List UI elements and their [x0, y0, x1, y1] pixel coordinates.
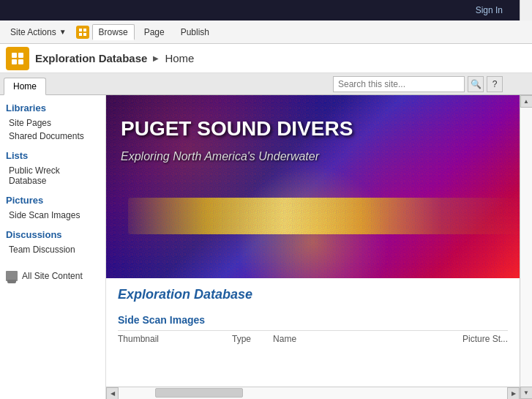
scroll-up-button[interactable]: ▲ — [520, 95, 533, 108]
sidebar: Libraries Site Pages Shared Documents Li… — [0, 95, 106, 399]
banner-title: PUGET SOUND DIVERS — [121, 117, 353, 141]
breadcrumb-site-name[interactable]: Exploration Database — [35, 52, 147, 64]
table-header: Thumbnail Type Name Picture St... — [118, 330, 508, 344]
sidebar-item-site-pages[interactable]: Site Pages — [6, 116, 100, 130]
home-tab[interactable]: Home — [4, 78, 46, 95]
svg-rect-7 — [18, 59, 23, 64]
scroll-track[interactable] — [119, 387, 507, 399]
search-icon: 🔍 — [471, 79, 482, 89]
col-header-type: Type — [232, 334, 251, 344]
db-title[interactable]: Exploration Database — [118, 287, 508, 302]
home-tab-label: Home — [13, 81, 37, 92]
svg-rect-0 — [79, 29, 82, 31]
sidebar-item-shared-documents[interactable]: Shared Documents — [6, 130, 100, 143]
svg-rect-3 — [83, 33, 86, 36]
search-area: 🔍 ? — [333, 76, 503, 92]
breadcrumb-separator: ▶ — [153, 54, 159, 62]
col-header-picture-size: Picture St... — [462, 334, 508, 344]
scroll-right-button[interactable]: ▶ — [507, 387, 520, 400]
top-bar: Sign In — [0, 0, 532, 20]
svg-rect-1 — [83, 29, 86, 31]
site-actions-button[interactable]: Site Actions ▼ — [4, 24, 73, 40]
sidebar-libraries-heading[interactable]: Libraries — [6, 102, 100, 113]
help-icon: ? — [492, 79, 498, 89]
svg-rect-4 — [12, 53, 17, 58]
search-button[interactable]: 🔍 — [468, 76, 484, 92]
topbar-scrollbar — [520, 0, 532, 20]
sidebar-item-side-scan-images[interactable]: Side Scan Images — [6, 209, 100, 222]
all-site-icon — [6, 271, 18, 281]
scroll-left-button[interactable]: ◀ — [106, 387, 119, 400]
banner-image: PUGET SOUND DIVERS Exploring North Ameri… — [106, 95, 520, 278]
sidebar-item-public-wreck-db[interactable]: Public Wreck Database — [6, 164, 100, 187]
all-site-content-link[interactable]: All Site Content — [6, 271, 100, 281]
section-heading: Side Scan Images — [118, 314, 508, 326]
publish-label: Publish — [181, 27, 209, 37]
browse-label: Browse — [99, 27, 128, 37]
scroll-down-button[interactable]: ▼ — [520, 387, 533, 399]
banner-sonar-line — [128, 198, 520, 234]
site-actions-label: Site Actions — [10, 27, 56, 37]
sidebar-discussions-heading[interactable]: Discussions — [6, 229, 100, 240]
sidebar-item-team-discussion[interactable]: Team Discussion — [6, 243, 100, 256]
breadcrumb-home[interactable]: Home — [165, 52, 194, 64]
right-scrollbar[interactable]: ▲ ▼ — [520, 95, 532, 399]
breadcrumb-bar: Exploration Database ▶ Home — [0, 44, 532, 73]
content-inner: Exploration Database Side Scan Images Th… — [106, 278, 520, 353]
search-input[interactable] — [333, 76, 465, 92]
ribbon-site-icon — [76, 26, 89, 39]
bottom-scrollbar[interactable]: ◀ ▶ — [106, 387, 520, 399]
ribbon-bar: Site Actions ▼ Browse Page Publish — [0, 20, 532, 44]
scroll-track-vertical[interactable] — [520, 108, 532, 387]
sidebar-pictures-heading[interactable]: Pictures — [6, 195, 100, 206]
main-content: Libraries Site Pages Shared Documents Li… — [0, 95, 532, 399]
col-header-thumbnail: Thumbnail — [118, 334, 159, 344]
content-area: PUGET SOUND DIVERS Exploring North Ameri… — [106, 95, 520, 399]
banner-subtitle: Exploring North America's Underwater — [121, 150, 319, 163]
page-label: Page — [144, 27, 165, 37]
scroll-thumb[interactable] — [155, 388, 243, 398]
svg-rect-2 — [79, 33, 82, 36]
publish-tab[interactable]: Publish — [174, 24, 216, 40]
all-site-content-label[interactable]: All Site Content — [22, 271, 83, 281]
dropdown-arrow-icon: ▼ — [59, 28, 67, 36]
col-header-name: Name — [273, 334, 296, 344]
svg-rect-6 — [12, 59, 17, 64]
sidebar-lists-heading[interactable]: Lists — [6, 150, 100, 161]
svg-rect-5 — [18, 53, 23, 58]
browse-tab[interactable]: Browse — [92, 24, 135, 40]
tab-bar: Home 🔍 ? — [0, 73, 532, 95]
help-button[interactable]: ? — [487, 76, 503, 92]
page-tab[interactable]: Page — [138, 24, 171, 40]
sign-in-link[interactable]: Sign In — [476, 5, 503, 15]
site-icon — [6, 47, 29, 70]
